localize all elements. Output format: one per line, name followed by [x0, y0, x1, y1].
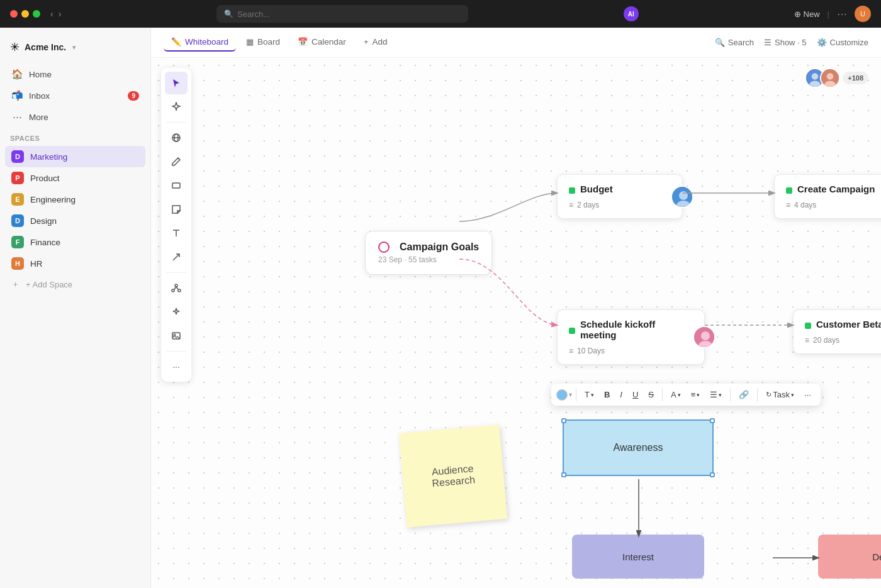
home-icon: 🏠 [11, 69, 23, 80]
sidebar-item-more[interactable]: ⋯ More [5, 107, 145, 127]
left-toolbar: ··· [161, 68, 191, 382]
hr-label: HR [30, 259, 43, 269]
schedule-kickoff-node[interactable]: Schedule kickoff meeting ≡ 10 Days [557, 309, 705, 365]
svg-point-24 [701, 331, 710, 340]
whiteboard-canvas[interactable]: ··· +108 Budget ≡ [151, 58, 881, 588]
tab-calendar[interactable]: 📅 Calendar [290, 33, 354, 52]
more-tools[interactable]: ··· [165, 355, 188, 378]
customer-beta-days: 20 days [813, 336, 839, 345]
schedule-title: Schedule kickoff meeting [580, 319, 693, 340]
sidebar-item-product[interactable]: P Product [5, 167, 145, 189]
more-format-btn[interactable]: ··· [800, 387, 816, 402]
image-tool[interactable] [165, 325, 188, 347]
spaces-header: Spaces [0, 127, 150, 146]
italic-btn[interactable]: I [615, 387, 627, 402]
selection-handle-br[interactable] [710, 472, 715, 477]
logo-icon: ✳ [10, 40, 20, 54]
sidebar-item-finance[interactable]: F Finance [5, 231, 145, 253]
underline-btn[interactable]: U [628, 387, 643, 402]
customer-beta-node[interactable]: Customer Beta ≡ 20 days [793, 309, 881, 354]
cursor-tool[interactable] [165, 72, 188, 94]
selection-handle-tl[interactable] [561, 418, 566, 423]
close-button[interactable] [10, 10, 18, 18]
customize-action-icon: ⚙️ [817, 38, 827, 47]
selection-handle-tr[interactable] [710, 418, 715, 423]
ai-badge[interactable]: AI [624, 6, 639, 21]
add-space-button[interactable]: ＋ + Add Space [5, 274, 145, 294]
forward-button[interactable]: › [59, 9, 62, 19]
color-picker[interactable] [556, 389, 568, 401]
sidebar-item-engineering[interactable]: E Engineering [5, 189, 145, 210]
sidebar-item-home[interactable]: 🏠 Home [5, 64, 145, 84]
sidebar-logo[interactable]: ✳ Acme Inc. ▾ [0, 35, 150, 64]
list-btn[interactable]: ☰ ▾ [705, 387, 726, 402]
rect-tool[interactable] [165, 174, 188, 197]
tab-add[interactable]: + Add [356, 33, 395, 52]
search-action-icon: 🔍 [715, 38, 725, 47]
bold-btn[interactable]: B [600, 387, 614, 402]
user-avatar[interactable]: U [855, 6, 871, 22]
sticky-tool[interactable] [165, 198, 188, 221]
budget-meta-icon: ≡ [569, 201, 573, 209]
global-search-input[interactable] [237, 9, 461, 19]
top-nav: ✏️ Whiteboard ▦ Board 📅 Calendar + Add 🔍… [151, 28, 881, 58]
create-campaign-node[interactable]: Create Campaign ≡ 4 days [774, 174, 881, 219]
schedule-meta-icon: ≡ [569, 347, 573, 355]
task-btn[interactable]: ↻ Task ▾ [761, 387, 799, 402]
decision-node[interactable]: Decision [818, 535, 881, 579]
sidebar-item-hr[interactable]: H HR [5, 253, 145, 274]
create-campaign-meta-icon: ≡ [786, 201, 790, 209]
color-chevron[interactable]: ▾ [569, 391, 572, 398]
selection-handle-bl[interactable] [561, 472, 566, 477]
network-tool[interactable] [165, 277, 188, 299]
pencil-tool[interactable] [165, 150, 188, 173]
search-action[interactable]: 🔍 Search [715, 38, 754, 47]
arrow-tool[interactable] [165, 246, 188, 269]
align-btn[interactable]: ≡ ▾ [687, 387, 705, 402]
new-button[interactable]: ⊕ New [794, 9, 820, 19]
budget-node-avatar [671, 186, 693, 208]
back-button[interactable]: ‹ [50, 9, 53, 19]
sidebar-home-label: Home [29, 70, 52, 79]
text-style-btn[interactable]: T ▾ [580, 387, 598, 402]
budget-node[interactable]: Budget ≡ 2 days [557, 174, 683, 219]
sidebar-more-label: More [29, 113, 48, 122]
customer-beta-title: Customer Beta [816, 319, 881, 330]
link-btn[interactable]: 🔗 [734, 387, 753, 402]
budget-status-dot [569, 187, 575, 194]
maximize-button[interactable] [33, 10, 40, 18]
budget-title: Budget [580, 184, 613, 194]
sparkle-tool[interactable] [165, 301, 188, 323]
show-action-label: Show · 5 [775, 38, 807, 47]
font-size-btn[interactable]: A ▾ [666, 387, 685, 402]
customer-beta-status-dot [805, 323, 811, 329]
tab-whiteboard[interactable]: ✏️ Whiteboard [164, 33, 236, 52]
logo-chevron: ▾ [72, 43, 76, 52]
product-label: Product [30, 174, 60, 183]
whiteboard-tab-label: Whiteboard [185, 37, 228, 47]
audience-research-sticky[interactable]: AudienceResearch [399, 424, 507, 527]
show-action[interactable]: ☰ Show · 5 [764, 38, 807, 47]
interest-node[interactable]: Interest [572, 535, 704, 579]
inbox-icon: 📬 [11, 90, 23, 101]
globe-tool[interactable] [165, 126, 188, 149]
svg-point-7 [172, 289, 174, 292]
add-tab-label: Add [372, 37, 387, 47]
global-search-bar[interactable]: 🔍 [216, 5, 468, 23]
audience-research-text: AudienceResearch [430, 463, 475, 489]
text-tool[interactable] [165, 222, 188, 245]
magic-tool[interactable] [165, 96, 188, 118]
minimize-button[interactable] [21, 10, 29, 18]
awareness-node[interactable]: Awareness [563, 419, 714, 476]
sidebar-item-inbox[interactable]: 📬 Inbox 9 [5, 86, 145, 106]
top-nav-right: 🔍 Search ☰ Show · 5 ⚙️ Customize [715, 38, 868, 47]
schedule-avatar [693, 326, 715, 348]
tab-board[interactable]: ▦ Board [238, 33, 288, 52]
sidebar-item-design[interactable]: D Design [5, 210, 145, 231]
campaign-goals-node[interactable]: Campaign Goals 23 Sep · 55 tasks [365, 231, 492, 275]
design-label: Design [30, 216, 57, 226]
customize-action[interactable]: ⚙️ Customize [817, 38, 868, 47]
grid-icon[interactable]: ⋯ [837, 8, 847, 20]
strike-btn[interactable]: S [644, 387, 658, 402]
sidebar-item-marketing[interactable]: D Marketing [5, 146, 145, 167]
